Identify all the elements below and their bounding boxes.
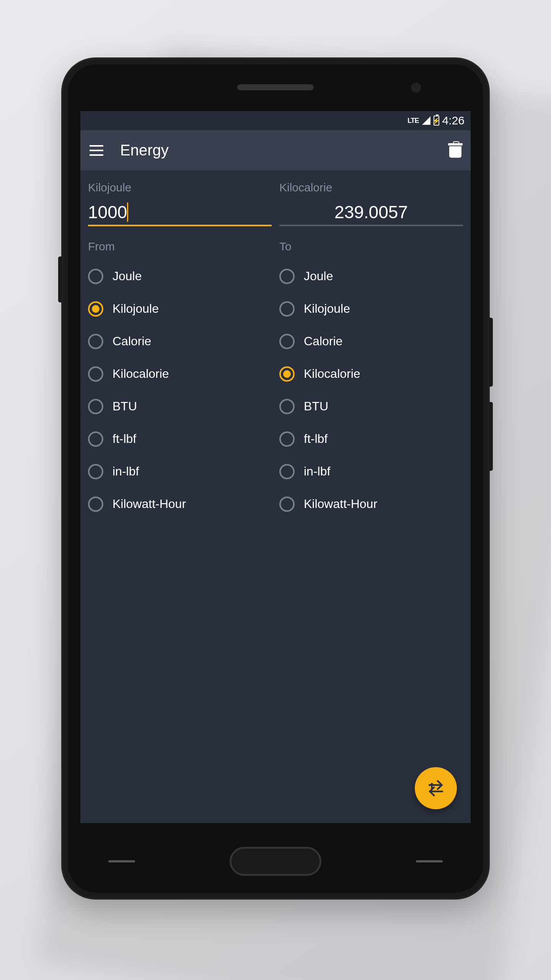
text-cursor: [127, 203, 128, 222]
radio-label: Calorie: [304, 334, 342, 348]
to-value-text: 239.0057: [334, 202, 408, 222]
battery-icon: ⚡: [434, 116, 439, 126]
radio-icon: [279, 366, 295, 382]
from-unit-label: Kilojoule: [88, 181, 272, 194]
phone-camera: [411, 83, 421, 93]
from-radio-ft-lbf[interactable]: ft-lbf: [88, 423, 272, 455]
radio-label: Kilojoule: [304, 302, 350, 316]
to-radio-btu[interactable]: BTU: [279, 390, 463, 423]
delete-icon[interactable]: [449, 143, 461, 158]
signal-icon: [422, 116, 430, 125]
from-radio-kilojoule[interactable]: Kilojoule: [88, 292, 272, 325]
app-screen: LTE ⚡ 4:26 Energy Kilojoule 1000 From: [80, 111, 471, 823]
nav-recent-button[interactable]: [416, 860, 443, 862]
network-indicator: LTE: [408, 117, 419, 125]
radio-icon: [88, 334, 103, 349]
from-radio-calorie[interactable]: Calorie: [88, 325, 272, 358]
to-column: Kilocalorie 239.0057 To JouleKilojouleCa…: [279, 181, 463, 520]
radio-icon: [88, 464, 103, 479]
radio-icon: [279, 301, 295, 317]
radio-label: in-lbf: [112, 464, 139, 479]
swap-button[interactable]: [415, 767, 457, 809]
radio-icon: [279, 334, 295, 349]
app-bar: Energy: [80, 130, 471, 170]
to-section-label: To: [279, 240, 463, 253]
radio-icon: [279, 497, 295, 512]
radio-label: BTU: [304, 399, 328, 413]
radio-icon: [88, 366, 103, 382]
radio-icon: [279, 431, 295, 447]
to-unit-list: JouleKilojouleCalorieKilocalorieBTUft-lb…: [279, 260, 463, 520]
radio-label: Kilowatt-Hour: [112, 497, 186, 511]
radio-label: Kilowatt-Hour: [304, 497, 377, 511]
radio-icon: [279, 269, 295, 284]
menu-icon[interactable]: [90, 145, 103, 156]
radio-icon: [88, 301, 103, 317]
radio-label: ft-lbf: [304, 432, 328, 446]
radio-icon: [279, 464, 295, 479]
radio-label: Kilojoule: [112, 302, 159, 316]
from-value-text: 1000: [88, 202, 127, 222]
from-radio-in-lbf[interactable]: in-lbf: [88, 455, 272, 488]
nav-home-button[interactable]: [230, 847, 321, 876]
to-radio-in-lbf[interactable]: in-lbf: [279, 455, 463, 488]
main-content: Kilojoule 1000 From JouleKilojouleCalori…: [80, 170, 471, 531]
radio-label: Kilocalorie: [304, 367, 360, 381]
to-radio-kilojoule[interactable]: Kilojoule: [279, 292, 463, 325]
page-title: Energy: [120, 142, 449, 159]
swap-icon: [426, 779, 445, 798]
from-radio-btu[interactable]: BTU: [88, 390, 272, 423]
from-section-label: From: [88, 240, 272, 253]
radio-icon: [88, 497, 103, 512]
radio-label: Joule: [304, 269, 333, 283]
from-radio-kilowatt-hour[interactable]: Kilowatt-Hour: [88, 488, 272, 520]
phone-frame: LTE ⚡ 4:26 Energy Kilojoule 1000 From: [61, 57, 490, 900]
radio-label: BTU: [112, 399, 137, 413]
from-radio-joule[interactable]: Joule: [88, 260, 272, 292]
phone-side-button-right: [489, 402, 493, 471]
to-radio-kilocalorie[interactable]: Kilocalorie: [279, 358, 463, 390]
nav-back-button[interactable]: [108, 860, 135, 862]
to-radio-joule[interactable]: Joule: [279, 260, 463, 292]
from-value-input[interactable]: 1000: [88, 199, 272, 226]
radio-icon: [88, 431, 103, 447]
phone-speaker: [237, 84, 314, 90]
radio-icon: [88, 269, 103, 284]
radio-label: Calorie: [112, 334, 151, 348]
radio-label: in-lbf: [304, 464, 330, 479]
status-time: 4:26: [442, 114, 465, 127]
radio-label: ft-lbf: [112, 432, 136, 446]
to-value-display[interactable]: 239.0057: [279, 199, 463, 226]
phone-side-button-left: [58, 256, 62, 302]
phone-nav-bar: [61, 823, 490, 900]
from-column: Kilojoule 1000 From JouleKilojouleCalori…: [88, 181, 272, 520]
from-unit-list: JouleKilojouleCalorieKilocalorieBTUft-lb…: [88, 260, 272, 520]
to-unit-label: Kilocalorie: [279, 181, 463, 194]
radio-label: Kilocalorie: [112, 367, 169, 381]
to-radio-kilowatt-hour[interactable]: Kilowatt-Hour: [279, 488, 463, 520]
to-radio-ft-lbf[interactable]: ft-lbf: [279, 423, 463, 455]
radio-icon: [88, 399, 103, 414]
phone-side-button-right: [489, 318, 493, 387]
status-bar: LTE ⚡ 4:26: [80, 111, 471, 130]
radio-icon: [279, 399, 295, 414]
to-radio-calorie[interactable]: Calorie: [279, 325, 463, 358]
from-radio-kilocalorie[interactable]: Kilocalorie: [88, 358, 272, 390]
radio-label: Joule: [112, 269, 142, 283]
